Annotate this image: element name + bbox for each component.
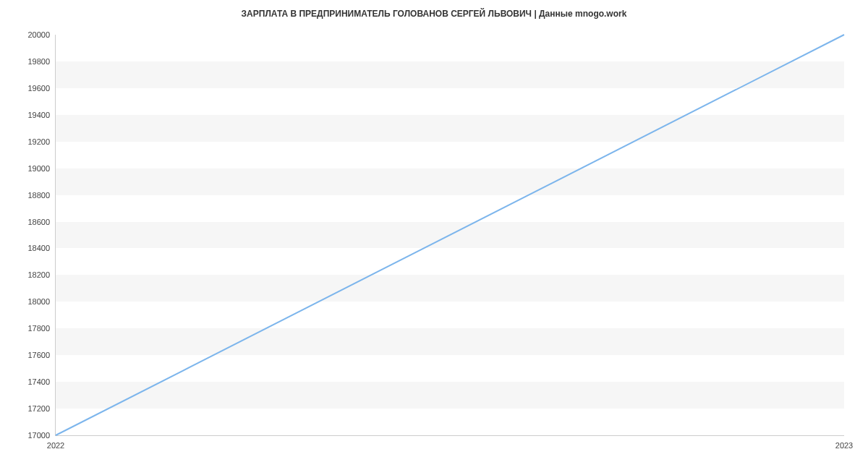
chart-line-series <box>56 35 844 435</box>
y-tick-label: 18200 <box>27 270 50 279</box>
y-tick-label: 17200 <box>27 404 50 413</box>
salary-chart: ЗАРПЛАТА В ПРЕДПРИНИМАТЕЛЬ ГОЛОВАНОВ СЕР… <box>0 0 868 470</box>
y-tick-label: 20000 <box>27 30 50 39</box>
y-tick-label: 17800 <box>27 324 50 333</box>
y-tick-label: 17600 <box>27 351 50 359</box>
chart-title: ЗАРПЛАТА В ПРЕДПРИНИМАТЕЛЬ ГОЛОВАНОВ СЕР… <box>0 9 868 19</box>
y-tick-label: 19400 <box>27 111 50 119</box>
y-tick-label: 17400 <box>27 377 50 386</box>
x-tick-label: 2022 <box>47 441 64 450</box>
y-tick-label: 18800 <box>27 191 50 200</box>
y-tick-label: 19200 <box>27 137 50 146</box>
y-tick-label: 19800 <box>27 57 50 66</box>
y-tick-label: 18000 <box>27 297 50 306</box>
series-path <box>56 35 844 435</box>
chart-plot-area: 1700017200174001760017800180001820018400… <box>55 35 844 436</box>
y-tick-label: 18600 <box>27 218 50 226</box>
y-tick-label: 19000 <box>27 164 50 173</box>
x-tick-label: 2023 <box>835 441 853 450</box>
y-tick-label: 17000 <box>27 431 50 440</box>
y-tick-label: 18400 <box>27 244 50 252</box>
y-tick-label: 19600 <box>27 84 50 93</box>
